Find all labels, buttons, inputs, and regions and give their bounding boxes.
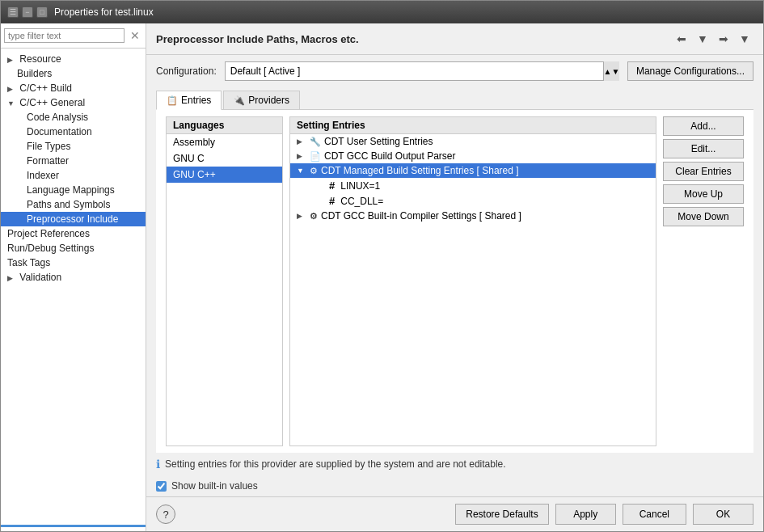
main-content: ✕ ▶ Resource Builders ▶ C/C++ Build ▼ C/… xyxy=(1,23,763,531)
panel-title: Preprocessor Include Paths, Macros etc. xyxy=(156,33,359,45)
entry-cdt-gcc[interactable]: ▶ 📄 CDT GCC Build Output Parser xyxy=(290,149,656,163)
sidebar-bottom-indicator xyxy=(1,525,146,531)
sidebar-item-documentation[interactable]: Documentation xyxy=(1,125,146,139)
filter-clear-button[interactable]: ✕ xyxy=(128,28,142,43)
window-title: Properties for test.linux xyxy=(54,6,757,18)
entry-icon: 🔧 xyxy=(310,137,321,147)
providers-tab-icon: 🔌 xyxy=(234,95,245,106)
entry-cc-dll[interactable]: # CC_DLL= xyxy=(290,193,656,209)
cancel-button[interactable]: Cancel xyxy=(623,504,686,525)
entry-label: CDT GCC Built-in Compiler Settings [ Sha… xyxy=(321,210,521,222)
expand-icon: ▶ xyxy=(297,212,306,220)
entry-cdt-user[interactable]: ▶ 🔧 CDT User Setting Entries xyxy=(290,134,656,149)
restore-defaults-button[interactable]: Restore Defaults xyxy=(455,504,548,525)
entries-tab-icon: 📋 xyxy=(167,95,178,106)
entry-label: CDT User Setting Entries xyxy=(324,136,433,147)
expand-icon: ▶ xyxy=(297,152,306,160)
sidebar-item-project-references[interactable]: Project References xyxy=(1,226,146,241)
entry-icon: ⚙ xyxy=(310,166,318,176)
expand-icon: ▼ xyxy=(297,167,306,175)
clear-entries-button[interactable]: Clear Entries xyxy=(663,162,744,181)
config-select-wrapper: Default [ Active ] ▲▼ xyxy=(225,61,619,81)
info-row: ℹ Setting entries for this provider are … xyxy=(146,453,763,475)
entry-label: CDT Managed Build Setting Entries [ Shar… xyxy=(321,165,519,176)
forward-button[interactable]: ➡ xyxy=(715,30,732,48)
sidebar-item-file-types[interactable]: File Types xyxy=(1,139,146,154)
edit-button[interactable]: Edit... xyxy=(663,139,744,158)
expand-icon: ▶ xyxy=(297,137,306,146)
window-menu-icon[interactable]: ☰ xyxy=(7,6,19,18)
sidebar-tree: ▶ Resource Builders ▶ C/C++ Build ▼ C/C+… xyxy=(1,49,146,525)
entry-label: LINUX=1 xyxy=(340,180,380,192)
window-controls: ☰ − □ xyxy=(7,6,48,18)
entry-cdt-managed[interactable]: ▼ ⚙ CDT Managed Build Setting Entries [ … xyxy=(290,163,656,178)
sidebar-item-preprocessor-include[interactable]: Preprocessor Include xyxy=(1,212,146,226)
help-button[interactable]: ? xyxy=(156,505,175,524)
move-up-button[interactable]: Move Up xyxy=(663,184,744,204)
tab-providers[interactable]: 🔌 Providers xyxy=(223,91,300,109)
move-down-button[interactable]: Move Down xyxy=(663,207,744,226)
add-button[interactable]: Add... xyxy=(663,116,744,136)
sidebar: ✕ ▶ Resource Builders ▶ C/C++ Build ▼ C/… xyxy=(1,23,146,531)
entries-panel: Setting Entries ▶ 🔧 CDT User Setting Ent… xyxy=(289,116,656,446)
language-gnu-c[interactable]: GNU C xyxy=(167,150,282,167)
sidebar-item-task-tags[interactable]: Task Tags xyxy=(1,255,146,270)
sidebar-item-cpp-general[interactable]: ▼ C/C++ General xyxy=(1,95,146,110)
languages-panel: Languages Assembly GNU C GNU C++ xyxy=(166,116,283,446)
language-assembly[interactable]: Assembly xyxy=(167,134,282,150)
entry-icon: 📄 xyxy=(310,151,321,162)
dropdown1-button[interactable]: ▼ xyxy=(694,30,711,48)
sidebar-item-paths-symbols[interactable]: Paths and Symbols xyxy=(1,197,146,212)
hash-icon: # xyxy=(329,195,335,207)
sidebar-item-formatter[interactable]: Formatter xyxy=(1,154,146,168)
minimize-button[interactable]: − xyxy=(22,6,33,18)
entry-label: CC_DLL= xyxy=(340,196,383,207)
expand-icon: ▼ xyxy=(7,99,17,108)
bottom-right: Restore Defaults Apply Cancel OK xyxy=(455,504,753,525)
tabs-row: 📋 Entries 🔌 Providers xyxy=(146,87,763,109)
filter-input[interactable] xyxy=(4,28,125,43)
manage-configurations-button[interactable]: Manage Configurations... xyxy=(627,61,753,81)
entry-icon: ⚙ xyxy=(310,211,318,222)
sidebar-item-builders[interactable]: Builders xyxy=(1,66,146,81)
entry-linux-1[interactable]: # LINUX=1 xyxy=(290,178,656,193)
bottom-left: ? xyxy=(156,505,175,524)
dropdown2-button[interactable]: ▼ xyxy=(736,30,753,48)
ok-button[interactable]: OK xyxy=(693,504,753,525)
tab-providers-label: Providers xyxy=(248,95,289,106)
info-icon: ℹ xyxy=(156,458,160,471)
sidebar-item-indexer[interactable]: Indexer xyxy=(1,168,146,183)
entries-header: Setting Entries xyxy=(290,117,656,134)
panel-toolbar: ⬅ ▼ ➡ ▼ xyxy=(673,30,753,48)
side-buttons: Add... Edit... Clear Entries Move Up Mov… xyxy=(663,116,744,446)
sidebar-item-language-mappings[interactable]: Language Mappings xyxy=(1,183,146,197)
panel-header: Preprocessor Include Paths, Macros etc. … xyxy=(146,23,763,55)
info-text: Setting entries for this provider are su… xyxy=(165,458,506,470)
right-panel: Preprocessor Include Paths, Macros etc. … xyxy=(146,23,763,531)
bottom-bar: ? Restore Defaults Apply Cancel OK xyxy=(146,496,763,531)
language-gnu-cpp[interactable]: GNU C++ xyxy=(167,167,282,183)
expand-icon: ▶ xyxy=(7,56,17,64)
maximize-button[interactable]: □ xyxy=(36,6,48,18)
config-select[interactable]: Default [ Active ] xyxy=(225,61,619,81)
sidebar-item-code-analysis[interactable]: Code Analysis xyxy=(1,110,146,125)
show-builtin-checkbox[interactable] xyxy=(156,481,167,492)
table-area: Languages Assembly GNU C GNU C++ Setting… xyxy=(156,109,753,453)
tab-entries[interactable]: 📋 Entries xyxy=(156,91,222,110)
sidebar-item-resource[interactable]: ▶ Resource xyxy=(1,52,146,66)
sidebar-item-cpp-build[interactable]: ▶ C/C++ Build xyxy=(1,81,146,95)
show-builtin-label: Show built-in values xyxy=(171,480,258,492)
checkbox-row: Show built-in values xyxy=(146,475,763,496)
back-button[interactable]: ⬅ xyxy=(673,30,690,48)
entry-cdt-builtin[interactable]: ▶ ⚙ CDT GCC Built-in Compiler Settings [… xyxy=(290,209,656,223)
expand-icon: ▶ xyxy=(7,85,17,93)
sidebar-item-validation[interactable]: ▶ Validation xyxy=(1,270,146,285)
apply-button[interactable]: Apply xyxy=(555,504,616,525)
sidebar-item-run-debug[interactable]: Run/Debug Settings xyxy=(1,241,146,255)
entry-label: CDT GCC Build Output Parser xyxy=(324,150,456,162)
config-row: Configuration: Default [ Active ] ▲▼ Man… xyxy=(146,55,763,87)
config-label: Configuration: xyxy=(156,65,217,77)
properties-window: ☰ − □ Properties for test.linux ✕ ▶ Reso… xyxy=(0,0,764,532)
title-bar: ☰ − □ Properties for test.linux xyxy=(1,1,763,23)
tab-entries-label: Entries xyxy=(181,95,211,106)
